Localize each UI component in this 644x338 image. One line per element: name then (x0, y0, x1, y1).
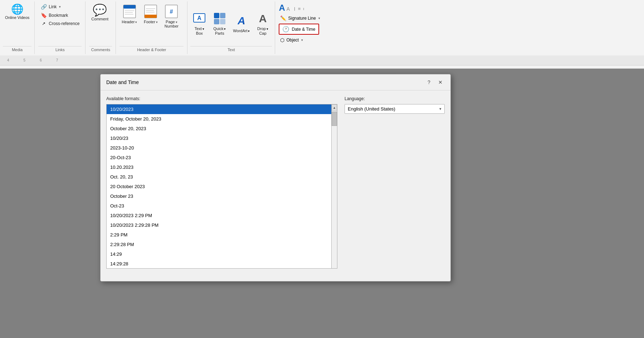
format-item-15[interactable]: 14:29 (107, 249, 331, 259)
online-videos-icon: 🌐 (11, 4, 24, 14)
format-item-8[interactable]: 20 October 2023 (107, 182, 331, 191)
format-item-2[interactable]: October 20, 2023 (107, 124, 331, 133)
header-icon (122, 4, 137, 19)
quick-parts-button[interactable]: Quick ▾ Parts (210, 10, 229, 37)
format-item-4[interactable]: 2023-10-20 (107, 143, 331, 153)
language-select[interactable]: English (United States) ▾ (345, 104, 445, 114)
language-value: English (United States) (348, 106, 395, 112)
cross-reference-button[interactable]: ↗ Cross-reference (38, 20, 82, 27)
link-label: Link (49, 4, 57, 9)
dialog-body: Available formats: 10/20/2023Friday, Oct… (101, 90, 450, 274)
ruler-mark-7: 7 (56, 58, 58, 62)
dialog-titlebar: Date and Time ? ✕ (101, 74, 450, 90)
scrollbar[interactable]: ▲ (332, 104, 337, 269)
link-icon: 🔗 (40, 4, 47, 10)
comment-label: Comment (91, 17, 108, 21)
group-right: A A | ≡ ↕ ✏️ Signature Line ▾ 🕐 Date & T… (275, 1, 354, 54)
format-item-6[interactable]: 10.20.2023 (107, 162, 331, 172)
format-item-12[interactable]: 10/20/2023 2:29:28 PM (107, 220, 331, 230)
formats-list[interactable]: 10/20/2023Friday, October 20, 2023Octobe… (106, 104, 332, 269)
signature-line-button[interactable]: ✏️ Signature Line ▾ (279, 14, 350, 22)
dialog-close-button[interactable]: ✕ (436, 78, 445, 87)
footer-icon (143, 4, 158, 19)
format-item-14[interactable]: 2:29:28 PM (107, 240, 331, 249)
format-item-7[interactable]: Oct. 20, 23 (107, 172, 331, 182)
available-formats-label: Available formats: (106, 96, 337, 101)
page-num-svg: # (165, 4, 178, 19)
header-btn-container: Header ▾ (119, 3, 139, 26)
object-label: Object (286, 38, 299, 43)
ruler-mark-5: 5 (24, 58, 26, 62)
quick-parts-svg (213, 12, 226, 25)
link-button[interactable]: 🔗 Link ▾ (38, 3, 82, 11)
footer-svg (144, 4, 157, 19)
date-time-dialog: Date and Time ? ✕ Available formats: 10/… (100, 74, 451, 281)
header-label: Header (122, 20, 135, 24)
online-videos-label: Online Videos (5, 15, 29, 20)
format-item-13[interactable]: 2:29 PM (107, 230, 331, 240)
object-button[interactable]: ⬡ Object ▾ (279, 36, 350, 44)
drop-cap-arrow: ▾ (267, 27, 268, 31)
format-item-11[interactable]: 10/20/2023 2:29 PM (107, 211, 331, 220)
scrollbar-up-button[interactable]: ▲ (332, 104, 337, 111)
date-time-button[interactable]: 🕐 Date & Time (279, 24, 319, 35)
footer-arrow: ▾ (156, 20, 158, 24)
svg-rect-9 (145, 15, 157, 18)
drop-cap-button[interactable]: A Drop ▾ Cap (253, 10, 272, 37)
header-footer-buttons: Header ▾ (119, 3, 184, 45)
ruler-mark-4: 4 (7, 58, 9, 62)
dialog-help-button[interactable]: ? (425, 78, 433, 87)
quick-parts-arrow: ▾ (224, 27, 226, 31)
group-comments: 💬 Comment Comments (86, 1, 116, 54)
comment-button[interactable]: 💬 Comment (89, 3, 111, 23)
paragraph-spacing-icon: ≡ (298, 6, 301, 11)
text-box-button[interactable]: A Text ▾ Box (190, 10, 208, 37)
wordart-arrow: ▾ (248, 29, 250, 33)
dialog-controls: ? ✕ (425, 78, 445, 87)
footer-label-row: Footer ▾ (144, 20, 158, 24)
format-item-5[interactable]: 20-Oct-23 (107, 153, 331, 162)
footer-button[interactable]: Footer ▾ (141, 3, 160, 26)
font-size-separator: | (294, 7, 295, 11)
page-number-label2: Number (165, 24, 179, 29)
svg-text:#: # (170, 9, 173, 15)
links-label: Links (38, 46, 82, 53)
cross-ref-icon: ↗ (40, 21, 47, 26)
footer-btn-container: Footer ▾ (141, 3, 160, 26)
format-item-9[interactable]: October 23 (107, 191, 331, 201)
group-header-footer: Header ▾ (116, 1, 187, 54)
svg-rect-16 (214, 19, 219, 24)
online-videos-button[interactable]: 🌐 Online Videos (3, 3, 31, 21)
dialog-overlay: Date and Time ? ✕ Available formats: 10/… (0, 69, 644, 338)
date-time-icon: 🕐 (282, 26, 289, 33)
media-label: Media (3, 46, 31, 53)
svg-rect-1 (123, 5, 136, 9)
page-number-button[interactable]: # Page ▾ Number (162, 3, 181, 30)
wordart-button[interactable]: A WordArt ▾ (231, 13, 252, 35)
language-label: Language: (345, 96, 445, 101)
wordart-label: WordArt (233, 29, 247, 33)
comments-label: Comments (89, 46, 112, 53)
media-buttons: 🌐 Online Videos (3, 3, 31, 45)
format-item-3[interactable]: 10/20/23 (107, 133, 331, 143)
header-button[interactable]: Header ▾ (119, 3, 139, 26)
format-item-10[interactable]: Oct-23 (107, 201, 331, 211)
format-item-16[interactable]: 14:29:28 (107, 259, 331, 269)
wordart-label-row: WordArt ▾ (233, 29, 250, 33)
wordart-icon-container: A (235, 14, 248, 28)
scrollbar-thumb[interactable] (332, 112, 337, 126)
right-buttons: A A | ≡ ↕ ✏️ Signature Line ▾ 🕐 Date & T… (279, 3, 350, 53)
formats-list-container: 10/20/2023Friday, October 20, 2023Octobe… (106, 104, 337, 269)
drop-cap-letter: A (259, 13, 267, 24)
bookmark-button[interactable]: 🔖 Bookmark (38, 11, 82, 19)
format-item-0[interactable]: 10/20/2023 (107, 104, 331, 114)
line-spacing-icon: ↕ (303, 7, 304, 11)
format-item-1[interactable]: Friday, October 20, 2023 (107, 114, 331, 124)
dialog-left: Available formats: 10/20/2023Friday, Oct… (106, 96, 337, 269)
quick-parts-icon (213, 12, 226, 25)
signature-line-label: Signature Line (288, 16, 316, 21)
language-dropdown-arrow: ▾ (439, 107, 441, 111)
font-size-row: A A | ≡ ↕ (279, 3, 304, 13)
text-label: Text (190, 46, 272, 53)
links-buttons: 🔗 Link ▾ 🔖 Bookmark ↗ Cross-reference (38, 3, 82, 45)
